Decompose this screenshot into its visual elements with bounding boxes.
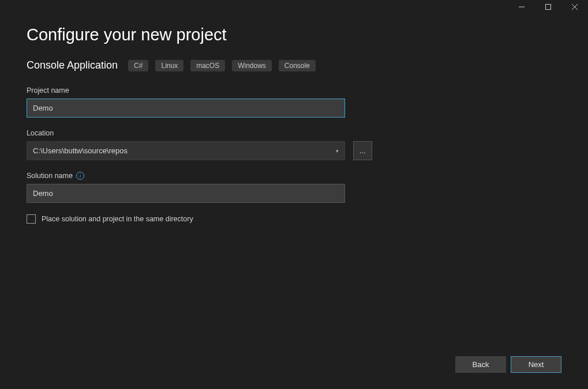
- next-button[interactable]: Next: [511, 356, 561, 373]
- location-value: C:\Users\buttw\source\repos: [33, 146, 128, 155]
- template-tag: Linux: [155, 60, 183, 71]
- minimize-button[interactable]: [508, 0, 535, 14]
- template-tag: Console: [279, 60, 316, 71]
- project-name-label: Project name: [27, 86, 561, 95]
- solution-name-input[interactable]: [27, 184, 345, 203]
- chevron-down-icon: ▾: [336, 148, 339, 154]
- same-directory-checkbox[interactable]: [27, 214, 36, 224]
- close-button[interactable]: [561, 0, 588, 14]
- maximize-button[interactable]: [535, 0, 561, 14]
- project-name-input[interactable]: [27, 99, 345, 118]
- page-title: Configure your new project: [27, 25, 561, 44]
- back-button[interactable]: Back: [455, 356, 506, 373]
- browse-button[interactable]: ...: [353, 141, 372, 160]
- svg-rect-1: [546, 5, 551, 10]
- template-info-row: Console Application C# Linux macOS Windo…: [27, 59, 561, 71]
- template-tag: macOS: [190, 60, 225, 71]
- info-icon[interactable]: i: [76, 172, 84, 180]
- location-combo[interactable]: C:\Users\buttw\source\repos ▾: [27, 141, 345, 160]
- template-name: Console Application: [27, 59, 118, 71]
- location-label: Location: [27, 129, 561, 137]
- same-directory-label: Place solution and project in the same d…: [42, 215, 193, 223]
- template-tag: Windows: [232, 60, 272, 71]
- solution-name-label: Solution name i: [27, 172, 561, 180]
- template-tag: C#: [128, 60, 148, 71]
